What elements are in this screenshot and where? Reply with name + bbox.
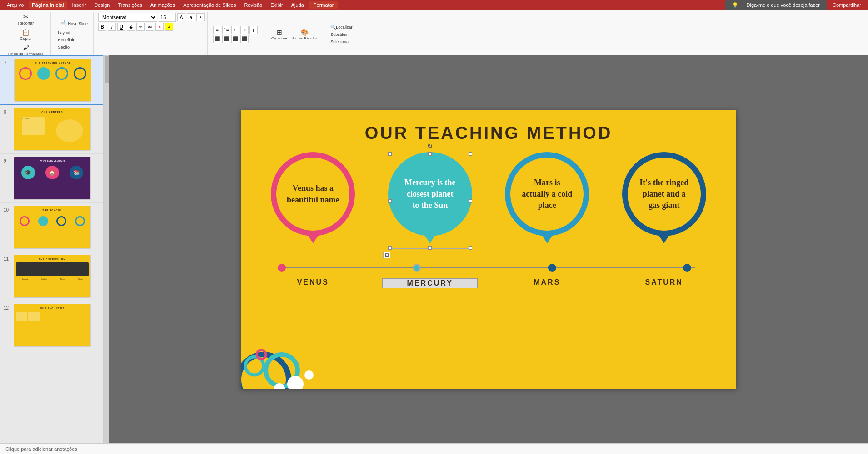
drawing-group: ⊞ Organizar 🎨 Estilos Rápidos Desenho [266,12,323,62]
italic-button[interactable]: I [108,23,116,31]
organizar-button[interactable]: ⊞ Organizar [269,27,289,41]
handle-br[interactable] [469,246,472,250]
saturn-circle[interactable]: It's the ringed planet and a gas giant [622,152,706,236]
handle-top[interactable] [428,152,432,156]
layout-button[interactable]: Layout [56,30,90,36]
notes-area[interactable]: Clique para adicionar anotações [0,443,868,454]
mars-item: Mars is actually a cold place [499,152,595,236]
columns-button[interactable]: ⫿ [249,26,258,34]
sidebar-scrollbar[interactable] [104,55,109,443]
scrollbar-thumb[interactable] [105,56,109,83]
share-button[interactable]: Compartilhar [829,1,864,9]
mars-circle[interactable]: Mars is actually a cold place [505,152,589,236]
align-center-button[interactable]: ⬛ [222,35,230,43]
saturn-dot [683,264,691,272]
slide-preview-12: OUR FACILITIES [14,304,91,347]
slide-title: OUR TEACHING METHOD [241,123,736,143]
menu-formatar[interactable]: Formatar [309,1,339,9]
font-increase-button[interactable]: A [177,13,185,21]
copiar-button[interactable]: 📋 Copiar [6,27,45,42]
menu-apresentacao[interactable]: Apresentação de Slides [180,1,239,9]
venus-label: VENUS [265,278,361,288]
saturn-label: SATURN [616,278,712,288]
estilos-button[interactable]: 🎨 Estilos Rápidos [290,27,319,41]
align-right-button[interactable]: ⬛ [231,35,239,43]
handle-right[interactable] [469,199,472,203]
handle-left[interactable] [388,199,392,203]
strikethrough-button[interactable]: S [127,23,135,31]
sidebar-slide-9[interactable]: 9 WHAT SETS US APART 🎓 🏠 📚 [0,154,103,203]
handle-bl[interactable] [388,246,392,250]
menu-design[interactable]: Design [91,1,113,9]
mercury-dot [413,264,421,272]
editing-group: 🔍 Localizar Substituir Selecionar Editan… [325,12,361,62]
resize-icon[interactable]: ⊡ [383,252,390,258]
localizar-button[interactable]: 🔍 Localizar [329,24,354,30]
recortar-button[interactable]: ✂ Recortar [6,12,45,26]
menu-inserir[interactable]: Inserir [69,1,90,9]
mars-label: MARS [499,278,595,288]
mercury-item: Mercury is the closest planet to the Sun [382,152,478,236]
novo-slide-button[interactable]: 📄 Novo Slide [56,19,90,29]
highlight-button[interactable]: A [165,23,173,31]
align-left-button[interactable]: ⬛ [213,35,221,43]
sidebar-slide-8[interactable]: 8 OUR CENTERS CODING [0,105,103,154]
slide-canvas[interactable]: OUR TEACHING METHOD Venus has a beautifu… [241,110,736,389]
handle-tr[interactable] [469,152,472,156]
menu-arquivo[interactable]: Arquivo [4,1,27,9]
timeline-dots [282,264,695,272]
search-bar[interactable]: 💡 Diga-me o que você deseja fazer [725,0,827,10]
substituir-button[interactable]: Substituir [329,31,354,38]
venus-dot [278,264,286,272]
mercury-description: Mercury is the closest planet to the Sun [394,168,467,221]
svg-point-5 [304,370,314,380]
font-decrease-button[interactable]: a [187,13,195,21]
notes-text: Clique para adicionar anotações [5,446,77,452]
new-slide-icon: 📄 [58,20,67,28]
font-size-input[interactable] [159,13,176,22]
underline-button[interactable]: U [117,23,125,31]
decrease-indent-button[interactable]: ⇤ [231,26,239,34]
bullets-button[interactable]: ≡ [213,26,221,34]
shadow-button[interactable]: ab [136,23,145,31]
mercury-label[interactable]: MERCURY [382,278,478,288]
canvas-area[interactable]: OUR TEACHING METHOD Venus has a beautifu… [109,55,868,443]
slide-preview-9: WHAT SETS US APART 🎓 🏠 📚 [14,157,91,200]
selecionar-button[interactable]: Selecionar [329,39,354,45]
mars-description: Mars is actually a cold place [510,168,584,221]
rotate-handle[interactable]: ↻ [427,143,433,150]
justify-button[interactable]: ⬛ [240,35,249,43]
handle-tl[interactable] [388,152,392,156]
sidebar-slide-7[interactable]: 7 OUR TEACHING METHOD [0,55,103,105]
menu-ajuda[interactable]: Ajuda [288,1,307,9]
numbering-button[interactable]: 1≡ [222,26,230,34]
menu-revisao[interactable]: Revisão [241,1,265,9]
menu-pagina-inicial[interactable]: Página Inicial [29,1,67,9]
handle-bottom[interactable] [428,246,432,250]
venus-description: Venus has a beautiful name [276,173,349,214]
redefinir-button[interactable]: Redefinir [56,37,90,43]
planets-row: Venus has a beautiful name Mercury is th… [241,152,736,236]
menu-transicoes[interactable]: Transições [115,1,145,9]
increase-indent-button[interactable]: ⇥ [240,26,249,34]
venus-circle[interactable]: Venus has a beautiful name [271,152,355,236]
main-area: 7 OUR TEACHING METHOD 8 [0,55,868,443]
clipboard-group: ✂ Recortar 📋 Copiar 🖌 Pincel de Formataç… [3,12,51,62]
menu-animacoes[interactable]: Animações [147,1,178,9]
ribbon: ✂ Recortar 📋 Copiar 🖌 Pincel de Formataç… [0,10,868,55]
sidebar-slide-12[interactable]: 12 OUR FACILITIES [0,301,103,350]
brush-icon: 🖌 [21,44,30,52]
sidebar-container: 7 OUR TEACHING METHOD 8 [0,55,109,443]
bold-button[interactable]: B [98,23,106,31]
char-spacing-button[interactable]: AV [146,23,154,31]
menu-exibir[interactable]: Exibir [267,1,286,9]
clear-format-button[interactable]: ✗ [196,13,205,21]
font-color-button[interactable]: A [155,23,164,31]
search-text: Diga-me o que você deseja fazer [743,1,823,9]
pincel-button[interactable]: 🖌 Pincel de Formatação [6,43,45,57]
sidebar-slide-11[interactable]: 11 THE CURRICULUM Infancy Explore Roots … [0,252,103,301]
sidebar-slide-10[interactable]: 10 THE SCHOOL [0,203,103,252]
secao-button[interactable]: Seção [56,44,90,50]
mercury-circle[interactable]: Mercury is the closest planet to the Sun [388,152,472,236]
font-name-select[interactable]: Montserrat [98,13,157,22]
